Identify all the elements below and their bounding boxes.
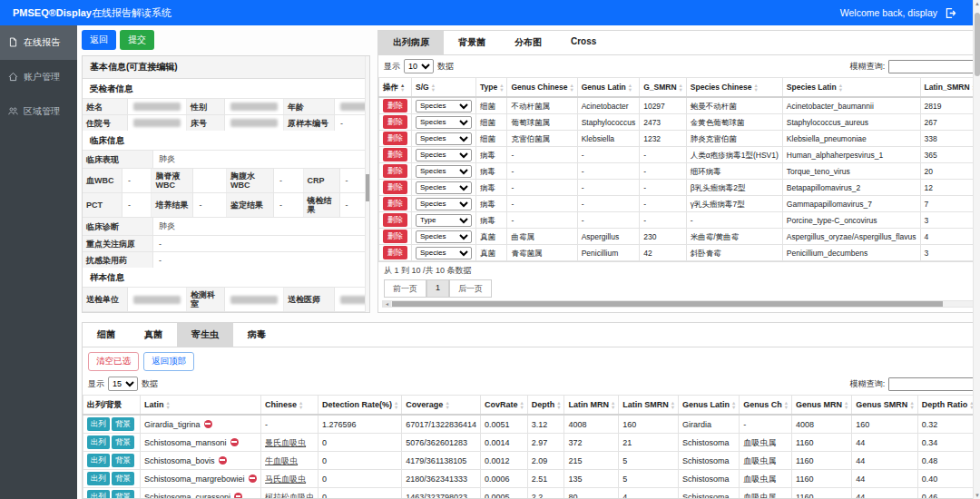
bg-button[interactable]: 背景 [112, 472, 134, 485]
col-header[interactable]: G_SMRN▴▾ [640, 78, 687, 98]
out-button[interactable]: 出列 [87, 472, 110, 485]
field-value[interactable] [225, 312, 284, 313]
delete-button[interactable]: 删除 [383, 181, 407, 194]
sg-select[interactable]: Type [416, 214, 472, 227]
col-header[interactable]: Latin▴▾ [141, 396, 261, 416]
parasite-tab-1[interactable]: 真菌 [130, 323, 177, 347]
col-header[interactable]: Genus Chinese▴▾ [507, 78, 577, 98]
sg-select[interactable]: Species [416, 100, 472, 113]
back-button[interactable]: 返回 [82, 30, 116, 50]
field-value[interactable]: - [274, 193, 303, 217]
field-value[interactable] [335, 312, 369, 313]
col-header[interactable]: Type▴▾ [476, 78, 507, 98]
sidebar-item-account-mgmt[interactable]: 账户管理 [0, 60, 77, 94]
out-button[interactable]: 出列 [87, 454, 110, 467]
sg-select[interactable]: Species [416, 198, 472, 210]
bg-button[interactable]: 背景 [112, 490, 134, 499]
clear-selected-button[interactable]: 清空已选 [88, 352, 139, 371]
scrollbar-thumb[interactable] [392, 301, 943, 307]
sidebar-item-online-report[interactable]: 在线报告 [0, 25, 77, 60]
delete-button[interactable]: 删除 [383, 230, 407, 243]
field-value[interactable]: - [153, 236, 369, 251]
pathogen-page-size-select[interactable]: 10 [404, 59, 434, 73]
col-header[interactable]: Latin_SMRN▴▾ [920, 78, 979, 98]
chinese-name-link[interactable]: 柯拉松血吸虫 [265, 493, 314, 499]
parasite-tab-3[interactable]: 病毒 [233, 323, 280, 347]
sg-select[interactable]: Species [416, 181, 472, 194]
pathogen-tab-1[interactable]: 背景菌 [444, 31, 500, 54]
field-value[interactable] [193, 169, 227, 192]
delete-button[interactable]: 删除 [383, 213, 407, 227]
pathogen-search-input[interactable] [888, 60, 980, 73]
field-value[interactable] [128, 312, 187, 313]
col-header[interactable]: Chinese▴▾ [261, 396, 318, 416]
col-header[interactable]: CovRate▴▾ [480, 396, 527, 416]
delete-button[interactable]: 删除 [383, 197, 407, 210]
field-value[interactable] [225, 99, 284, 114]
back-to-top-button[interactable]: 返回顶部 [143, 352, 194, 371]
bg-button[interactable]: 背景 [112, 435, 134, 449]
chinese-name-link[interactable]: 马氏血吸虫 [265, 475, 306, 484]
next-page-button[interactable]: 后一页 [449, 279, 492, 298]
col-header[interactable]: Species Chinese▴▾ [686, 78, 782, 98]
col-header[interactable]: Species Latin▴▾ [782, 78, 920, 98]
bg-button[interactable]: 背景 [112, 454, 134, 467]
field-value[interactable]: 肺炎 [153, 151, 369, 168]
sg-select[interactable]: Species [416, 165, 472, 178]
pathogen-hscrollbar[interactable]: ◂ [382, 300, 980, 308]
field-value[interactable] [128, 99, 187, 114]
pathogen-tab-3[interactable]: Cross [556, 31, 611, 54]
field-value[interactable]: - [274, 169, 303, 192]
scrollbar-thumb[interactable] [975, 13, 980, 76]
delete-button[interactable]: 删除 [383, 99, 407, 113]
remove-icon[interactable] [230, 438, 239, 446]
remove-icon[interactable] [234, 493, 242, 499]
delete-button[interactable]: 删除 [383, 115, 407, 129]
field-value[interactable] [225, 288, 284, 311]
field-value[interactable]: 肺炎 [153, 218, 369, 235]
col-header[interactable]: Coverage▴▾ [402, 396, 481, 416]
col-header[interactable]: 出列/背景 [83, 396, 141, 416]
field-value[interactable]: - [153, 252, 369, 268]
delete-button[interactable]: 删除 [383, 148, 407, 161]
field-value[interactable]: - [122, 169, 152, 192]
out-button[interactable]: 出列 [87, 490, 110, 499]
prev-page-button[interactable]: 前一页 [384, 279, 426, 298]
sidebar-item-region-mgmt[interactable]: 区域管理 [0, 94, 77, 129]
remove-icon[interactable] [249, 475, 257, 483]
chinese-name-link[interactable]: 牛血吸虫 [265, 456, 298, 465]
scroll-down-arrow[interactable]: ▼ [974, 493, 980, 498]
col-header[interactable]: Genus Latin▴▾ [679, 396, 740, 416]
remove-icon[interactable] [204, 420, 212, 428]
field-value[interactable] [128, 288, 187, 311]
col-header[interactable]: Depth Ratio▴▾ [917, 396, 977, 416]
sg-select[interactable]: Species [416, 132, 472, 145]
pathogen-tab-0[interactable]: 出列病原 [378, 31, 444, 54]
page-scrollbar[interactable]: ▲ ▼ [973, 0, 980, 499]
page-number-button[interactable]: 1 [426, 279, 449, 298]
col-header[interactable]: Depth▴▾ [527, 396, 564, 416]
col-header[interactable]: 操作▴▾ [379, 78, 412, 98]
parasite-search-input[interactable] [888, 377, 980, 391]
parasite-tab-2[interactable]: 寄生虫 [177, 323, 233, 347]
sg-select[interactable]: Species [416, 149, 472, 161]
col-header[interactable]: Latin MRN▴▾ [564, 396, 619, 416]
submit-button[interactable]: 提交 [120, 30, 154, 50]
out-button[interactable]: 出列 [87, 417, 110, 431]
delete-button[interactable]: 删除 [383, 132, 407, 145]
scroll-up-arrow[interactable]: ▲ [974, 1, 980, 6]
basic-info-scrollbar[interactable] [365, 56, 370, 312]
sg-select[interactable]: Species [416, 247, 472, 259]
parasite-page-size-select[interactable]: 15 [108, 377, 138, 391]
scrollbar-thumb[interactable] [366, 174, 370, 201]
col-header[interactable]: Detection Rate(%)▴▾ [318, 396, 402, 416]
bg-button[interactable]: 背景 [112, 417, 134, 431]
col-header[interactable]: Genus Ch▴▾ [740, 396, 792, 416]
col-header[interactable]: Genus Latin▴▾ [577, 78, 640, 98]
col-header[interactable]: Genus SMRN▴▾ [852, 396, 917, 416]
field-value[interactable]: - [122, 193, 152, 217]
delete-button[interactable]: 删除 [383, 164, 407, 178]
sg-select[interactable]: Species [416, 230, 472, 243]
field-value[interactable] [225, 115, 284, 131]
col-header[interactable]: S/G▴▾ [412, 78, 476, 98]
